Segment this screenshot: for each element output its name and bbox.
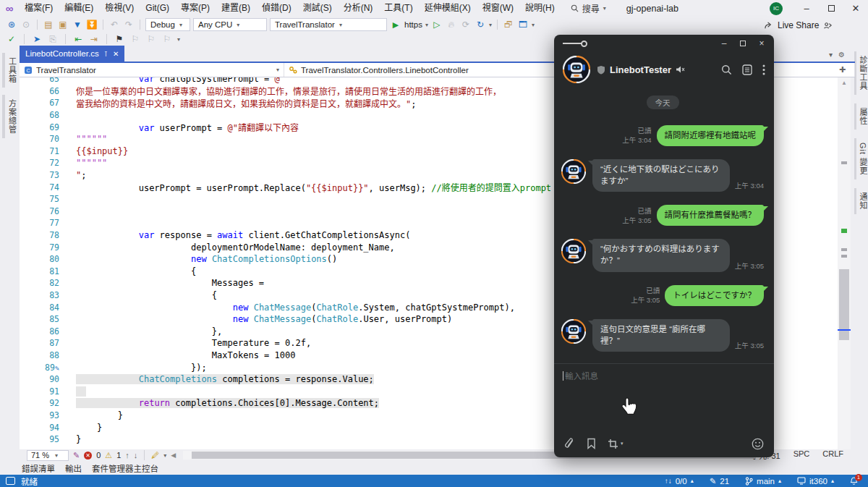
save-all-icon[interactable]: ⏬: [86, 20, 98, 30]
indent-mode[interactable]: SPC: [793, 449, 810, 461]
menu-item[interactable]: 測試(S): [297, 0, 338, 17]
chat-message-bubble[interactable]: 這句日文的意思是 “廁所在哪裡？”: [592, 319, 730, 352]
chat-message-bubble[interactable]: 請問有什麼推薦餐點嗎？: [657, 205, 765, 226]
code-text: ChatCompletions completions = response.V…: [76, 374, 374, 384]
next-issue-icon[interactable]: ↓: [134, 451, 138, 460]
repo-button[interactable]: it360▴: [797, 477, 834, 486]
run-profile-label[interactable]: https: [404, 20, 422, 29]
increase-indent-icon[interactable]: ⇥: [88, 34, 100, 44]
chat-menu-list-icon[interactable]: [742, 64, 752, 75]
spell-check-icon[interactable]: ✓: [6, 34, 17, 44]
gear-icon[interactable]: ⚙: [838, 51, 845, 59]
chat-more-icon[interactable]: [762, 64, 765, 75]
capture-button[interactable]: ▾: [608, 439, 624, 449]
menu-item[interactable]: 分析(N): [338, 0, 379, 17]
side-panel-tab-Git 變更[interactable]: Git 變更: [854, 138, 868, 179]
tab-linebotcontroller[interactable]: LinebotController.cs ⊺ ✕: [20, 46, 124, 62]
chat-header: LinebotTester: [554, 52, 774, 87]
new-project-icon[interactable]: ▤: [43, 20, 54, 30]
menu-item[interactable]: 檔案(F): [19, 0, 59, 17]
search-box[interactable]: 搜尋 ▾: [571, 2, 606, 14]
prev-issue-icon[interactable]: ↑: [125, 451, 129, 460]
scroll-up-icon[interactable]: ▲: [838, 77, 851, 86]
sidebar-tab-工具箱[interactable]: 工具箱: [2, 53, 18, 88]
live-share-button[interactable]: Live Share: [764, 19, 858, 32]
restore-button[interactable]: [819, 0, 843, 17]
menu-item[interactable]: 檢視(V): [99, 0, 140, 17]
startup-project-dropdown[interactable]: TravelTranslator▾: [270, 18, 387, 31]
chat-message-bubble[interactable]: “何かおすすめの料理はありますか？”: [592, 239, 730, 271]
menu-item[interactable]: 建置(B): [216, 0, 256, 17]
vertical-scrollbar[interactable]: ▲: [838, 77, 851, 449]
branch-button[interactable]: main▴: [745, 477, 781, 486]
solution-explorer-icon[interactable]: 🗔︎: [517, 20, 529, 30]
pending-changes-button[interactable]: ✎21: [710, 476, 729, 486]
side-panel-tab-通知[interactable]: 通知: [854, 188, 868, 214]
keep-bookmark-icon[interactable]: [587, 438, 596, 449]
code-text: {: [76, 290, 217, 300]
pointer-mode-icon[interactable]: ➤: [31, 34, 43, 44]
refresh-icon[interactable]: ↻: [475, 20, 486, 30]
side-panel-tab-屬性[interactable]: 屬性: [854, 103, 868, 130]
account-avatar[interactable]: IC: [770, 2, 783, 15]
feedback-icon[interactable]: ✎: [73, 451, 80, 460]
scroll-left-icon[interactable]: ◀: [171, 452, 176, 459]
error-count[interactable]: 0: [96, 451, 101, 460]
nav-project-dropdown[interactable]: C TravelTranslator▾: [20, 63, 284, 77]
bot-avatar[interactable]: [561, 239, 586, 263]
eol-mode[interactable]: CRLF: [822, 449, 843, 461]
code-cleanup-icon[interactable]: 🖉︎: [151, 451, 159, 460]
emoji-icon[interactable]: [752, 438, 764, 450]
platform-dropdown[interactable]: Any CPU▾: [193, 18, 267, 31]
chat-message-bubble[interactable]: トイレはどこですか？: [665, 285, 764, 306]
chat-maximize-button[interactable]: [735, 37, 751, 50]
menu-item[interactable]: 偵錯(D): [256, 0, 297, 17]
chat-message-bubble[interactable]: 請問附近哪裡有地鐵站呢: [657, 125, 765, 146]
chat-search-icon[interactable]: [721, 64, 732, 75]
sidebar-tab-方案總管[interactable]: 方案總管: [2, 95, 18, 138]
find-in-files-icon[interactable]: 🗗︎: [503, 20, 514, 30]
pin-icon[interactable]: ⊺: [104, 50, 108, 58]
navigate-back-icon[interactable]: ⊛: [6, 20, 17, 30]
open-folder-icon[interactable]: ▣: [57, 20, 69, 30]
attach-icon[interactable]: [564, 438, 575, 450]
bot-avatar[interactable]: [561, 319, 586, 344]
menu-item[interactable]: Git(G): [140, 0, 175, 17]
chat-drag-handle[interactable]: [563, 41, 587, 47]
bot-avatar[interactable]: [561, 159, 586, 184]
close-button[interactable]: ✕: [843, 0, 868, 17]
chat-message-bubble[interactable]: “近くに地下鉄の駅はどこにありますか”: [592, 159, 730, 192]
menu-item[interactable]: 編輯(E): [59, 0, 99, 17]
message-list[interactable]: 今天 已讀上午 3:04請問附近哪裡有地鐵站呢 “近くに地下鉄の駅はどこにありま…: [554, 87, 774, 363]
decrease-indent-icon[interactable]: ⇤: [72, 34, 84, 44]
bot-avatar[interactable]: [563, 56, 590, 83]
feedback-bubble-icon[interactable]: [6, 477, 15, 485]
zoom-dropdown[interactable]: 71 %▾: [27, 450, 69, 461]
menu-item[interactable]: 延伸模組(X): [419, 0, 477, 17]
interactive-window-icon[interactable]: ⎘: [47, 34, 59, 44]
menu-item[interactable]: 專案(P): [175, 0, 216, 17]
notifications-button[interactable]: 1: [850, 477, 858, 486]
save-icon[interactable]: ▼: [72, 20, 83, 30]
menu-item[interactable]: 說明(H): [519, 0, 561, 17]
chat-titlebar[interactable]: – ×: [554, 35, 774, 52]
configuration-dropdown[interactable]: Debug▾: [145, 18, 190, 31]
close-tab-icon[interactable]: ✕: [113, 50, 119, 58]
dropdown-icon[interactable]: ▾: [829, 51, 833, 59]
sync-commits-button[interactable]: ↑↓0/0▴: [665, 477, 694, 486]
split-editor-button[interactable]: ✚: [839, 65, 846, 75]
minimize-button[interactable]: –: [794, 0, 819, 17]
code-text: var response = await client.GetChatCompl…: [76, 230, 410, 240]
menu-item[interactable]: 工具(T): [378, 0, 418, 17]
menu-item[interactable]: 視窗(W): [477, 0, 519, 17]
chat-close-button[interactable]: ×: [754, 37, 770, 50]
line-number: 91: [20, 386, 62, 397]
toolbar-overflow-icon[interactable]: ▾: [532, 22, 535, 28]
start-debug-icon[interactable]: ▶: [390, 20, 401, 30]
message-input-area[interactable]: 輸入訊息: [554, 363, 774, 430]
line-number: 83: [20, 290, 62, 300]
start-without-debug-icon[interactable]: ▷: [431, 20, 443, 30]
bookmark-icon[interactable]: ⚑: [114, 34, 125, 44]
warning-count[interactable]: 1: [116, 451, 121, 460]
chat-minimize-button[interactable]: –: [716, 37, 732, 50]
